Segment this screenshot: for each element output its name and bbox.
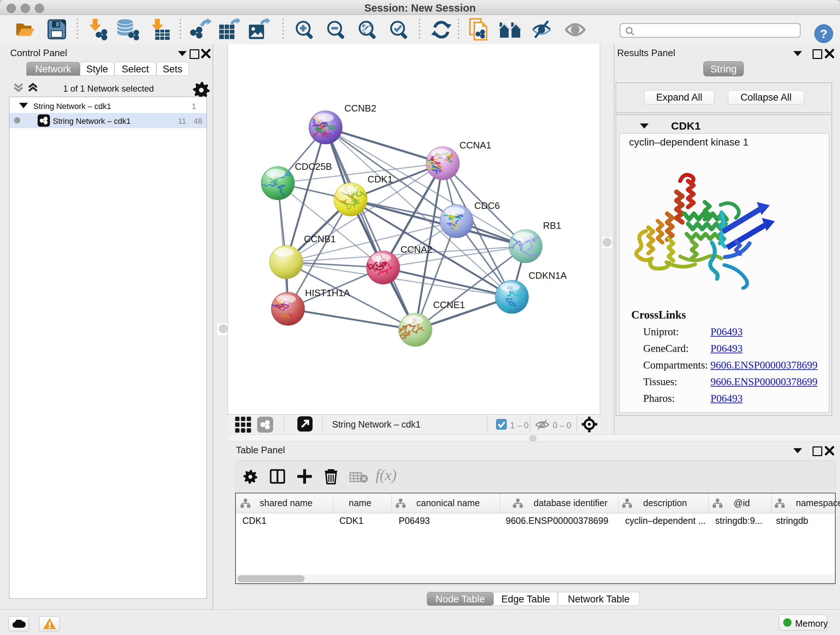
svg-text:RB1: RB1	[543, 220, 561, 231]
svg-text:CDKN1A: CDKN1A	[529, 270, 567, 281]
svg-text:CCNA2: CCNA2	[401, 244, 432, 255]
svg-text:HIST1H1A: HIST1H1A	[305, 287, 350, 298]
svg-text:CDK1: CDK1	[368, 174, 393, 185]
svg-text:CCNB2: CCNB2	[344, 103, 376, 114]
svg-text:CDC25B: CDC25B	[295, 161, 332, 172]
svg-text:CCNA1: CCNA1	[459, 140, 491, 150]
svg-text:CDC6: CDC6	[474, 200, 500, 211]
svg-text:CCNE1: CCNE1	[433, 299, 465, 310]
svg-text:CCNB1: CCNB1	[304, 233, 336, 244]
